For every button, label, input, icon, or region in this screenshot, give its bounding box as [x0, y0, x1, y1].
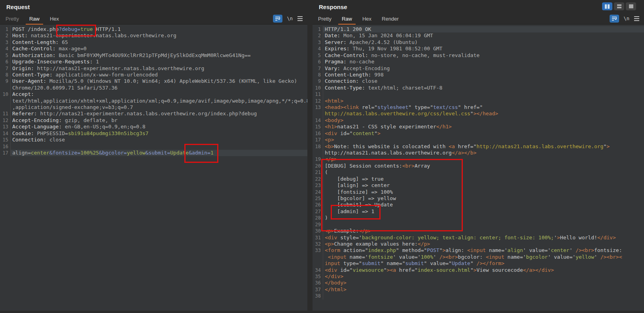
code-row: Chrome/120.0.6099.71 Safari/537.36 — [0, 85, 307, 91]
request-tabbar: Pretty Raw Hex \n — [0, 13, 307, 25]
code-row: 11Referer: http://natas21-experimenter.n… — [0, 111, 307, 117]
code-row: 16 — [0, 143, 307, 150]
line-number: 25 — [313, 195, 323, 202]
code-row: 1POST /index.php?debug=true HTTP/1.1 — [0, 26, 307, 32]
line-number: 16 — [313, 130, 323, 137]
code-row: http://natas.labs.overthewire.org/css/le… — [313, 111, 644, 117]
split-rows-layout-button[interactable] — [614, 2, 624, 10]
tab-raw[interactable]: Raw — [342, 14, 352, 23]
code-row: 36</body> — [313, 280, 644, 286]
tab-raw[interactable]: Raw — [29, 14, 40, 23]
code-row: 7Vary: Accept-Encoding — [313, 65, 644, 72]
line-number: 11 — [0, 111, 11, 117]
request-title: Request — [6, 4, 30, 10]
message-editor: Request Pretty Raw Hex \n — [0, 0, 644, 313]
show-newlines-toggle[interactable]: \n — [287, 16, 293, 21]
line-number: 3 — [0, 39, 11, 46]
code-row: 17align=center&fontsize=100%25&bgcolor=y… — [0, 150, 307, 156]
code-row: 15Connection: close — [0, 137, 307, 143]
wrap-lines-button[interactable] — [273, 15, 282, 23]
code-row: 31<div style='background-color: yellow; … — [313, 235, 644, 241]
code-row: 25 [bgcolor] => yellow — [313, 195, 644, 202]
request-edit-controls: \n — [273, 15, 303, 23]
line-number: 15 — [0, 137, 11, 143]
show-newlines-toggle[interactable]: \n — [624, 16, 629, 21]
rows-layout-icon — [617, 4, 621, 8]
line-number: 11 — [313, 91, 323, 97]
tab-hex[interactable]: Hex — [50, 14, 59, 23]
line-number: 5 — [313, 52, 323, 59]
code-row: 4Cache-Control: max-age=0 — [0, 46, 307, 52]
response-header: Response — [313, 0, 644, 13]
code-row: 8Content-Type: application/x-www-form-ur… — [0, 72, 307, 78]
line-number: 13 — [0, 124, 11, 130]
line-number — [313, 254, 323, 260]
code-row: 24 [fontsize] => 100% — [313, 189, 644, 195]
wrap-lines-button[interactable] — [610, 15, 619, 23]
response-title: Response — [319, 4, 347, 10]
code-row: 17<p> — [313, 137, 644, 143]
line-number: 12 — [313, 98, 323, 104]
code-row: 2Date: Mon, 15 Jan 2024 06:04:19 GMT — [313, 32, 644, 39]
code-row: <input name='fontsize' value='100%' /><b… — [313, 254, 644, 260]
line-number — [313, 150, 323, 156]
code-row: 20[DEBUG] Session contents:<br>Array — [313, 163, 644, 169]
hamburger-menu-icon[interactable] — [297, 16, 303, 21]
line-number: 23 — [313, 182, 323, 189]
split-columns-layout-button[interactable] — [602, 2, 612, 10]
code-row: 16<div id="content"> — [313, 130, 644, 137]
response-code-rows: 1HTTP/1.1 200 OK2Date: Mon, 15 Jan 2024 … — [313, 26, 644, 300]
code-row: 32<p>Change example values here:</p> — [313, 241, 644, 247]
line-number: 4 — [313, 46, 323, 52]
line-number: 1 — [0, 26, 11, 32]
response-editor[interactable]: 1HTTP/1.1 200 OK2Date: Mon, 15 Jan 2024 … — [313, 25, 644, 311]
line-number: 36 — [313, 280, 323, 286]
hamburger-menu-icon[interactable] — [634, 16, 639, 21]
tab-hex[interactable]: Hex — [362, 14, 371, 23]
line-number: 29 — [313, 221, 323, 228]
line-number: 30 — [313, 228, 323, 234]
request-header: Request — [0, 0, 307, 13]
code-row: 10Content-Type: text/html; charset=UTF-8 — [313, 85, 644, 91]
line-number: 31 — [313, 235, 323, 241]
code-row: 9User-Agent: Mozilla/5.0 (Windows NT 10.… — [0, 78, 307, 84]
tab-pretty[interactable]: Pretty — [6, 14, 19, 23]
line-number: 17 — [0, 150, 11, 156]
line-number: 35 — [313, 273, 323, 280]
line-number: 24 — [313, 189, 323, 195]
code-row: 12<html> — [313, 98, 644, 104]
wrap-lines-icon — [275, 16, 280, 21]
line-number: 4 — [0, 46, 11, 52]
request-editor[interactable]: 1POST /index.php?debug=true HTTP/1.12Hos… — [0, 25, 307, 311]
line-number: 7 — [0, 65, 11, 72]
code-row: 33<form action="index.php" method="POST"… — [313, 247, 644, 254]
tab-render[interactable]: Render — [382, 14, 399, 23]
line-number: 2 — [0, 32, 11, 39]
code-row: 26 [submit] => Update — [313, 202, 644, 208]
line-number: 9 — [313, 78, 323, 84]
request-panel: Request Pretty Raw Hex \n — [0, 0, 307, 313]
line-number: 33 — [313, 247, 323, 254]
tab-pretty[interactable]: Pretty — [318, 14, 331, 23]
line-number: 6 — [0, 59, 11, 65]
response-panel: Response Pretty Raw Hex Render — [313, 0, 644, 313]
response-edit-controls: \n — [610, 15, 639, 23]
single-pane-layout-button[interactable] — [626, 2, 636, 10]
line-number: 13 — [313, 104, 323, 111]
line-number: 10 — [0, 91, 11, 97]
line-number — [0, 98, 11, 104]
code-row: 38 — [313, 293, 644, 299]
code-row: 6Upgrade-Insecure-Requests: 1 — [0, 59, 307, 65]
code-row: 13<head><link rel="stylesheet" type="tex… — [313, 104, 644, 111]
code-row: 27 [admin] => 1 — [313, 208, 644, 215]
code-row: input type="submit" name="submit" value=… — [313, 260, 644, 267]
code-row: 15<h1>natas21 - CSS style experimenter</… — [313, 124, 644, 130]
line-number: 37 — [313, 286, 323, 293]
code-row: 37</html> — [313, 286, 644, 293]
line-number: 21 — [313, 169, 323, 176]
layout-toggle-group — [602, 2, 636, 10]
code-row: 12Accept-Encoding: gzip, deflate, br — [0, 117, 307, 124]
code-row: 28) — [313, 215, 644, 221]
code-row: 18<b>Note: this website is colocated wit… — [313, 143, 644, 150]
response-tabbar: Pretty Raw Hex Render \n — [313, 13, 644, 25]
